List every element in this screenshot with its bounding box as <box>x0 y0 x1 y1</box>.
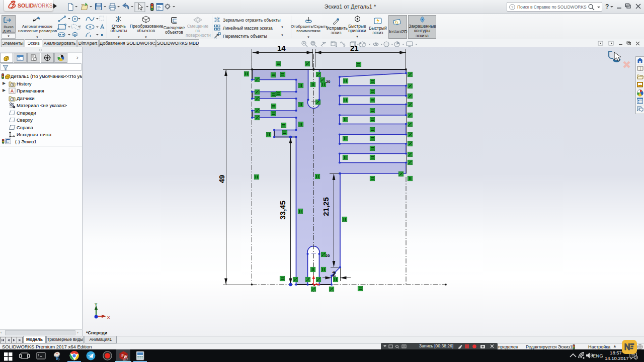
svg-text:WORKS: WORKS <box>33 3 53 9</box>
svg-text:14: 14 <box>277 44 286 52</box>
svg-text:21: 21 <box>350 44 359 52</box>
svg-text:33,45: 33,45 <box>278 201 287 220</box>
svg-text:SOLID: SOLID <box>18 3 34 9</box>
svg-text:X: X <box>107 315 110 320</box>
svg-text:21,25: 21,25 <box>321 197 330 216</box>
svg-text:2017: 2017 <box>123 358 128 361</box>
svg-text:2: 2 <box>635 356 637 359</box>
svg-text:20: 20 <box>326 79 330 84</box>
svg-text:?: ? <box>511 5 514 10</box>
svg-text:Y: Y <box>95 302 98 307</box>
svg-text:2: 2 <box>332 270 336 278</box>
svg-text:*Спереди: *Спереди <box>86 330 107 335</box>
svg-text:49: 49 <box>217 175 226 184</box>
svg-text:A: A <box>11 88 14 94</box>
